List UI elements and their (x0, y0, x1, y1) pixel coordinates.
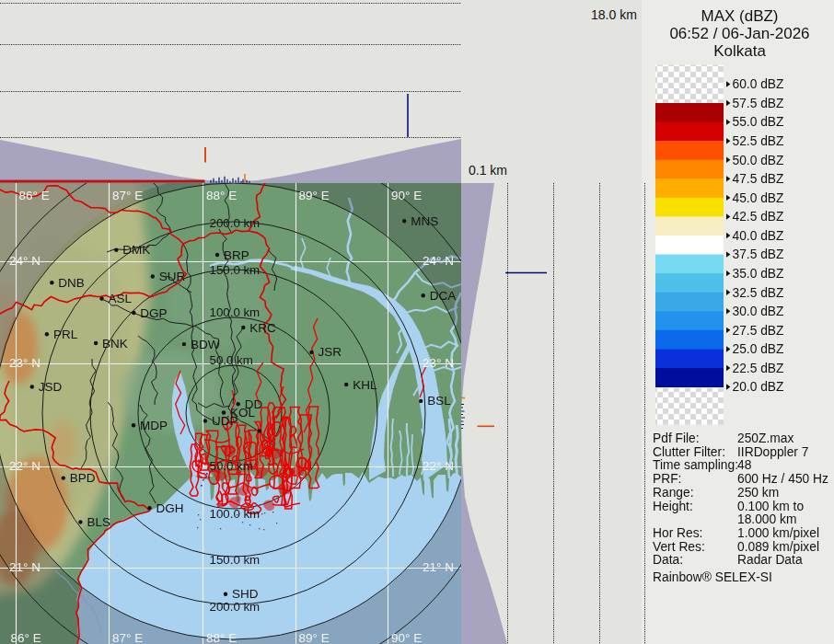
svg-text:48: 48 (737, 458, 752, 472)
svg-text:35.0 dBZ: 35.0 dBZ (733, 267, 784, 281)
svg-text:24° N: 24° N (423, 254, 454, 268)
svg-text:MAX (dBZ): MAX (dBZ) (701, 7, 778, 25)
svg-text:BDW: BDW (191, 338, 220, 351)
svg-text:47.5 dBZ: 47.5 dBZ (733, 172, 784, 186)
svg-text:57.5 dBZ: 57.5 dBZ (733, 97, 784, 110)
svg-text:Data:: Data: (653, 553, 683, 567)
svg-text:50.0 dBZ: 50.0 dBZ (733, 154, 784, 167)
svg-text:600 Hz / 450 Hz: 600 Hz / 450 Hz (737, 472, 828, 486)
svg-text:55.0 dBZ: 55.0 dBZ (733, 115, 784, 129)
svg-text:90° E: 90° E (391, 189, 422, 202)
svg-text:DCA: DCA (430, 289, 457, 303)
svg-text:UDP: UDP (212, 414, 238, 428)
svg-text:25.0 dBZ: 25.0 dBZ (733, 342, 784, 356)
svg-text:86° E: 86° E (19, 189, 50, 202)
svg-text:Rainbow® SELEX-SI: Rainbow® SELEX-SI (653, 570, 772, 584)
svg-text:150.0 km: 150.0 km (210, 263, 261, 277)
svg-text:BRP: BRP (224, 248, 249, 262)
svg-text:24° N: 24° N (9, 254, 41, 268)
svg-text:87° E: 87° E (112, 631, 143, 644)
svg-text:0.1 km: 0.1 km (469, 163, 507, 178)
svg-text:Kolkata: Kolkata (713, 42, 766, 60)
svg-text:87° E: 87° E (112, 189, 143, 202)
svg-text:100.0 km: 100.0 km (210, 507, 261, 521)
svg-text:SUR: SUR (159, 270, 186, 283)
svg-text:KHL: KHL (353, 378, 377, 392)
svg-text:DGH: DGH (156, 501, 184, 515)
svg-text:42.5 dBZ: 42.5 dBZ (733, 210, 784, 224)
svg-text:18.0 km: 18.0 km (591, 7, 637, 22)
svg-text:SHD: SHD (232, 587, 259, 601)
svg-text:52.5 dBZ: 52.5 dBZ (733, 134, 784, 148)
svg-text:60.0 dBZ: 60.0 dBZ (733, 77, 784, 91)
svg-text:MNS: MNS (411, 214, 438, 228)
svg-text:DMK: DMK (122, 243, 150, 257)
svg-text:50.0 km: 50.0 km (210, 459, 253, 473)
svg-text:30.0 dBZ: 30.0 dBZ (733, 305, 784, 318)
svg-text:22° N: 22° N (9, 459, 41, 473)
svg-text:89° E: 89° E (299, 631, 330, 644)
svg-text:200.0 km: 200.0 km (210, 600, 261, 614)
svg-text:ASL: ASL (109, 292, 133, 305)
svg-text:JSD: JSD (39, 380, 63, 394)
svg-text:200.0 km: 200.0 km (210, 216, 261, 230)
svg-text:250 km: 250 km (737, 486, 779, 500)
svg-text:40.0 dBZ: 40.0 dBZ (733, 229, 784, 243)
svg-text:KRC: KRC (249, 321, 276, 335)
svg-text:Hor Res:: Hor Res: (653, 526, 702, 540)
svg-text:86° E: 86° E (11, 631, 41, 644)
svg-text:21° N: 21° N (423, 560, 454, 574)
svg-text:IIRDoppler 7: IIRDoppler 7 (737, 445, 808, 459)
svg-text:88° E: 88° E (206, 189, 237, 202)
svg-text:21° N: 21° N (9, 560, 41, 574)
svg-text:18.000 km: 18.000 km (737, 512, 796, 526)
svg-text:DNB: DNB (58, 276, 85, 290)
svg-text:100.0 km: 100.0 km (210, 305, 261, 319)
svg-text:27.5 dBZ: 27.5 dBZ (733, 324, 784, 338)
svg-text:BNK: BNK (102, 337, 128, 351)
svg-text:JSR: JSR (319, 345, 342, 359)
svg-text:Radar Data: Radar Data (737, 553, 803, 567)
svg-text:50.0 km: 50.0 km (210, 353, 253, 367)
svg-text:20.0 dBZ: 20.0 dBZ (733, 380, 784, 394)
svg-text:PRF:: PRF: (653, 472, 681, 486)
svg-text:BSL: BSL (427, 394, 451, 408)
svg-text:23° N: 23° N (9, 356, 41, 370)
svg-text:Range:: Range: (653, 486, 694, 500)
svg-text:Height:: Height: (653, 500, 693, 513)
svg-text:150.0 km: 150.0 km (210, 553, 261, 567)
svg-text:DGP: DGP (140, 306, 167, 320)
svg-text:Time sampling:: Time sampling: (653, 458, 738, 472)
svg-text:Clutter Filter:: Clutter Filter: (653, 445, 725, 459)
svg-text:MDP: MDP (140, 419, 168, 432)
svg-text:89° E: 89° E (299, 189, 330, 202)
svg-text:BPD: BPD (70, 471, 96, 485)
svg-text:90° E: 90° E (391, 631, 422, 644)
svg-text:250Z.max: 250Z.max (737, 431, 793, 445)
svg-text:37.5 dBZ: 37.5 dBZ (733, 247, 784, 261)
svg-text:BLS: BLS (87, 515, 110, 529)
svg-text:Pdf File:: Pdf File: (653, 431, 700, 445)
svg-text:32.5 dBZ: 32.5 dBZ (733, 286, 784, 300)
svg-text:22.5 dBZ: 22.5 dBZ (733, 362, 784, 375)
svg-text:45.0 dBZ: 45.0 dBZ (733, 191, 784, 205)
svg-text:88° E: 88° E (206, 631, 237, 644)
svg-text:23° N: 23° N (423, 356, 454, 370)
svg-text:PRL: PRL (53, 328, 78, 341)
svg-text:22° N: 22° N (423, 459, 454, 473)
svg-text:06:52 / 06-Jan-2026: 06:52 / 06-Jan-2026 (669, 25, 809, 42)
svg-text:Vert Res:: Vert Res: (653, 540, 705, 554)
svg-text:0.089 km/pixel: 0.089 km/pixel (737, 540, 819, 554)
svg-text:1.000 km/pixel: 1.000 km/pixel (737, 526, 819, 540)
